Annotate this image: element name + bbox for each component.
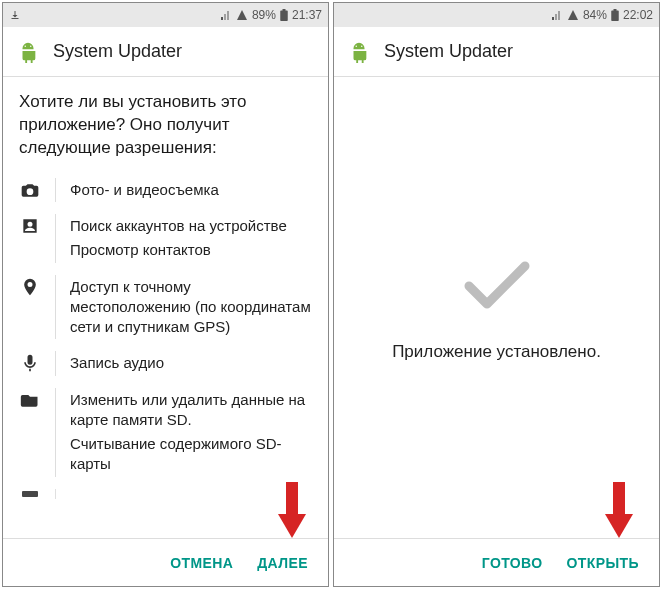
android-icon (348, 41, 370, 63)
status-bar: 89% 21:37 (3, 3, 328, 27)
permission-text: Считывание содержимого SD-карты (70, 432, 312, 477)
phone-right: 84% 22:02 System Updater Приложение уста… (333, 2, 660, 587)
permission-row: Доступ к точному местоположению (по коор… (3, 269, 328, 346)
installed-content: Приложение установлено. (334, 77, 659, 538)
location-icon (19, 275, 41, 297)
android-icon (17, 41, 39, 63)
unknown-icon (19, 489, 41, 499)
clock: 22:02 (623, 8, 653, 22)
signal-icon-2 (236, 9, 248, 21)
next-button[interactable]: ДАЛЕЕ (257, 555, 308, 571)
permission-row-cut (3, 483, 328, 505)
permission-row: Фото- и видеосъемка (3, 172, 328, 208)
status-bar: 84% 22:02 (334, 3, 659, 27)
permission-text: Запись аудио (70, 351, 312, 375)
download-icon (9, 9, 21, 21)
open-button[interactable]: ОТКРЫТЬ (567, 555, 639, 571)
battery-icon (611, 9, 619, 21)
app-title: System Updater (384, 41, 513, 62)
signal-icon (220, 9, 232, 21)
cancel-button[interactable]: ОТМЕНА (170, 555, 233, 571)
storage-icon (19, 388, 41, 410)
svg-rect-0 (22, 491, 38, 497)
battery-percent: 84% (583, 8, 607, 22)
done-button[interactable]: ГОТОВО (482, 555, 543, 571)
app-title: System Updater (53, 41, 182, 62)
permission-text: Фото- и видеосъемка (70, 178, 312, 202)
permission-text: Поиск аккаунтов на устройстве (70, 214, 312, 238)
microphone-icon (19, 351, 41, 373)
install-prompt-text: Хотите ли вы установить это приложение? … (3, 77, 328, 172)
install-prompt-content: Хотите ли вы установить это приложение? … (3, 77, 328, 538)
battery-percent: 89% (252, 8, 276, 22)
app-header: System Updater (3, 27, 328, 77)
phone-left: 89% 21:37 System Updater Хотите ли вы ус… (2, 2, 329, 587)
app-header: System Updater (334, 27, 659, 77)
checkmark-icon (457, 254, 537, 314)
camera-icon (19, 178, 41, 200)
permission-row: Изменить или удалить данные на карте пам… (3, 382, 328, 483)
permissions-list: Фото- и видеосъемка Поиск аккаунтов на у… (3, 172, 328, 505)
permission-text: Изменить или удалить данные на карте пам… (70, 388, 312, 433)
installed-text: Приложение установлено. (392, 342, 601, 362)
bottom-bar: ОТМЕНА ДАЛЕЕ (3, 538, 328, 586)
permission-row: Поиск аккаунтов на устройстве Просмотр к… (3, 208, 328, 269)
permission-row: Запись аудио (3, 345, 328, 381)
clock: 21:37 (292, 8, 322, 22)
permission-text: Доступ к точному местоположению (по коор… (70, 275, 312, 340)
bottom-bar: ГОТОВО ОТКРЫТЬ (334, 538, 659, 586)
signal-icon (551, 9, 563, 21)
signal-icon-2 (567, 9, 579, 21)
battery-icon (280, 9, 288, 21)
contacts-icon (19, 214, 41, 236)
permission-text: Просмотр контактов (70, 238, 312, 262)
